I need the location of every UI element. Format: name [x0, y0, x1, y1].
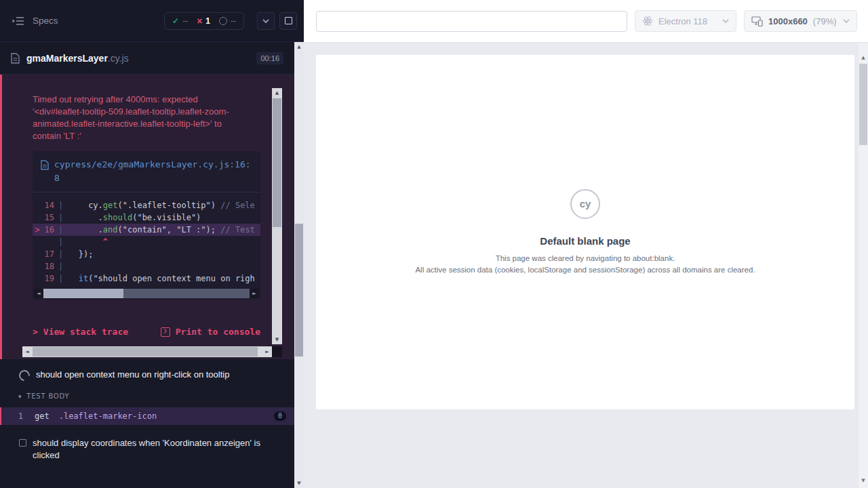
- blank-page-message: This page was cleared by navigating to a…: [496, 253, 675, 264]
- passed-count: --: [182, 16, 188, 26]
- scroll-left-icon[interactable]: ◄: [22, 346, 32, 357]
- code-line: >16| .and("contain", "LT :"); // Test: [33, 224, 260, 236]
- test-item-pending[interactable]: should display coordinates when 'Koordin…: [0, 425, 294, 467]
- print-to-console-button[interactable]: Print to console: [161, 327, 260, 337]
- print-to-console-label: Print to console: [176, 327, 260, 337]
- command-number: 1: [1, 411, 23, 421]
- reporter-scrollbar[interactable]: ▲ ▼: [294, 42, 304, 488]
- command-message: .leaflet-marker-icon: [59, 411, 157, 421]
- error-message: Timed out retrying after 4000ms: expecte…: [33, 94, 260, 142]
- blank-page-title: Default blank page: [540, 235, 630, 247]
- code-scroll-track[interactable]: [43, 289, 250, 298]
- scroll-down-icon[interactable]: ▼: [272, 335, 282, 344]
- code-line: 19| it("should open context menu on righ: [33, 272, 260, 285]
- spec-duration: 00:16: [256, 52, 283, 64]
- chevron-down-icon: [843, 19, 850, 23]
- command-row[interactable]: 1 get .leaflet-marker-icon 0: [0, 407, 294, 425]
- browser-label: Electron 118: [658, 16, 717, 26]
- viewport-icon: [751, 16, 763, 26]
- code-frame-file: cypress/e2e/gmaMarkersLayer.cy.js:16:8: [54, 158, 252, 185]
- aut-viewport-area: cy Default blank page This page was clea…: [304, 43, 859, 488]
- collapse-reporter-button[interactable]: [257, 12, 275, 30]
- stat-passed: ✓ --: [172, 16, 188, 26]
- scroll-right-icon[interactable]: ►: [262, 346, 272, 357]
- chevron-right-icon: >: [33, 327, 38, 337]
- view-stack-trace-link[interactable]: > View stack trace: [33, 327, 128, 337]
- print-console-icon: [161, 327, 170, 337]
- failed-count: 1: [205, 16, 210, 26]
- error-hscroll-thumb[interactable]: [33, 347, 258, 357]
- test-running-spinner-icon: [17, 368, 33, 384]
- test-body-label: TEST BODY: [26, 392, 69, 400]
- command-count-badge: 0: [274, 411, 286, 421]
- error-actions: > View stack trace Print to console: [33, 327, 260, 337]
- cypress-logo: cy: [570, 189, 600, 219]
- reporter-panel: Specs ✓ -- × 1 --: [0, 0, 304, 488]
- url-input[interactable]: [316, 11, 627, 32]
- specs-menu-button[interactable]: [9, 14, 27, 28]
- chevron-down-icon: ▾: [18, 393, 22, 400]
- test-stats: ✓ -- × 1 --: [164, 12, 244, 30]
- code-scroll-thumb[interactable]: [43, 289, 123, 298]
- browser-selector[interactable]: Electron 118: [635, 10, 736, 32]
- viewport-selector[interactable]: 1000x660 (79%): [744, 10, 857, 32]
- scrollbar-corner: [272, 346, 282, 357]
- code-lines: 14| cy.get(".leaflet-tooltip") // Sele15…: [33, 192, 260, 289]
- passed-icon: ✓: [172, 17, 179, 25]
- spec-extension: .cy.js: [108, 53, 129, 64]
- stat-pending: --: [219, 16, 236, 26]
- code-line: 18|: [33, 260, 260, 272]
- view-stack-trace-label: View stack trace: [43, 327, 128, 337]
- scroll-left-icon[interactable]: ◄: [34, 289, 43, 298]
- command-method: get: [35, 411, 50, 421]
- scroll-right-icon[interactable]: ►: [250, 289, 259, 298]
- error-vertical-scrollbar[interactable]: ▲ ▼: [272, 88, 282, 344]
- blank-page-message: All active session data (cookies, localS…: [415, 264, 755, 276]
- spec-file-icon: [11, 53, 20, 64]
- aut-toolbar: Electron 118 1000x660 (79%): [304, 0, 868, 43]
- specs-label: Specs: [33, 16, 58, 26]
- pending-clock-icon: [219, 17, 227, 25]
- scroll-up-icon[interactable]: ▲: [859, 53, 868, 62]
- failed-icon: ×: [197, 16, 202, 26]
- aut-scrollbar[interactable]: ▲ ▼: [859, 43, 868, 488]
- electron-browser-icon: [642, 16, 653, 26]
- test-body-section-toggle[interactable]: ▾ TEST BODY: [0, 386, 294, 404]
- scroll-down-icon[interactable]: ▼: [294, 479, 304, 488]
- specs-menu-icon: [12, 16, 24, 26]
- scroll-down-icon[interactable]: ▼: [859, 476, 868, 485]
- test-title: should open context menu on right-click …: [36, 369, 229, 381]
- reporter-header: Specs ✓ -- × 1 --: [0, 0, 304, 42]
- test-item-running[interactable]: should open context menu on right-click …: [0, 359, 294, 386]
- file-icon: [41, 160, 49, 170]
- error-message-line: contain 'LT :': [33, 130, 260, 142]
- error-message-line: Timed out retrying after 4000ms: expecte…: [33, 94, 260, 106]
- test-list: should open context menu on right-click …: [0, 359, 294, 467]
- code-line: 17| });: [33, 248, 260, 260]
- spec-header[interactable]: gmaMarkersLayer .cy.js 00:16: [0, 42, 294, 75]
- code-line: | ^: [33, 236, 260, 248]
- test-pending-icon: [19, 439, 26, 447]
- error-message-line: '<div#leaflet-tooltip-509.leaflet-toolti…: [33, 106, 260, 118]
- scroll-up-icon[interactable]: ▲: [272, 88, 282, 98]
- scroll-up-icon[interactable]: ▲: [294, 42, 304, 52]
- viewport-scale: (79%): [813, 16, 837, 26]
- viewport-size: 1000x660: [768, 16, 808, 26]
- code-frame-file-link[interactable]: cypress/e2e/gmaMarkersLayer.cy.js:16:8: [33, 151, 260, 192]
- error-vscroll-thumb[interactable]: [273, 98, 281, 227]
- aut-panel: Electron 118 1000x660 (79%): [304, 0, 868, 488]
- chevron-down-icon: [262, 19, 269, 23]
- chevron-down-icon: [722, 19, 729, 23]
- error-horizontal-scrollbar[interactable]: ◄ ►: [22, 346, 272, 357]
- code-horizontal-scrollbar[interactable]: ◄ ►: [34, 289, 259, 298]
- aut-scroll-thumb[interactable]: [859, 64, 867, 145]
- stop-icon: [285, 17, 292, 24]
- reporter-scroll-thumb[interactable]: [295, 224, 303, 357]
- code-line: 14| cy.get(".leaflet-tooltip") // Sele: [33, 199, 260, 211]
- spec-name: gmaMarkersLayer: [26, 53, 108, 64]
- stat-failed: × 1: [197, 16, 210, 26]
- stop-button[interactable]: [279, 12, 297, 30]
- test-title: should display coordinates when 'Koordin…: [33, 437, 260, 462]
- code-frame: cypress/e2e/gmaMarkersLayer.cy.js:16:8 1…: [33, 151, 260, 300]
- error-panel: Timed out retrying after 4000ms: expecte…: [0, 75, 294, 359]
